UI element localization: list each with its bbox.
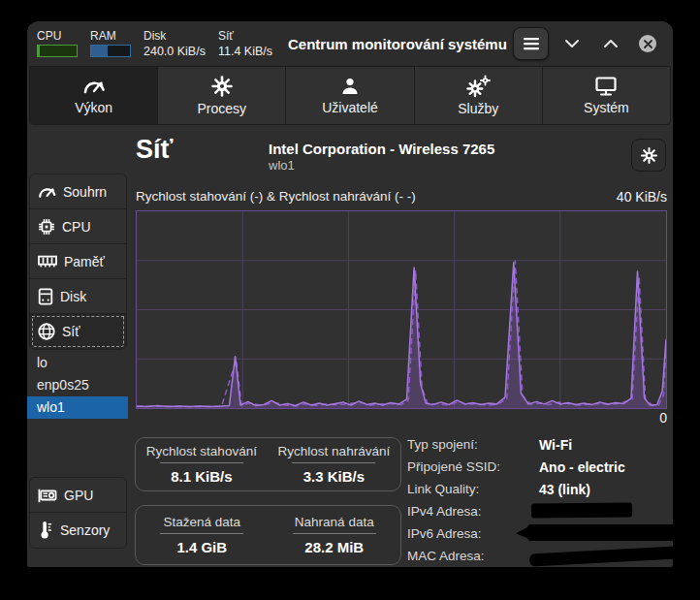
tab-system[interactable]: Systém <box>543 67 670 124</box>
stat-value: 1.4 GiB <box>176 539 227 555</box>
data-stats-box: Stažená data 1.4 GiB Nahraná data 28.2 M… <box>135 505 401 565</box>
stat-label: Nahraná data <box>295 515 374 529</box>
tab-performance[interactable]: Výkon <box>30 67 158 124</box>
ram-monitor-label: RAM <box>90 29 131 43</box>
sidebar-item-label: Paměť <box>64 254 105 269</box>
close-icon <box>639 35 656 52</box>
drive-icon <box>37 287 54 306</box>
network-chart <box>136 210 667 409</box>
redaction-bar-ipv4 <box>531 503 632 519</box>
monitor-icon <box>594 76 618 97</box>
stat-separator <box>292 462 375 463</box>
settings-button[interactable] <box>631 139 666 172</box>
gauge-icon <box>81 76 107 97</box>
device-info: Intel Corporation - Wireless 7265 wlo1 <box>269 141 494 173</box>
tab-bar: Výkon Procesy Uživatelé <box>29 66 671 125</box>
sidebar-nav-group: Souhrn CPU <box>29 174 127 350</box>
tab-users[interactable]: Uživatelé <box>286 67 414 124</box>
page-title: Síť <box>136 135 173 165</box>
stat-upload-speed: Rychlost nahrávání 3.3 KiB/s <box>278 444 391 485</box>
titlebar-monitor-net[interactable]: Síť 11.4 KiB/s <box>218 29 272 58</box>
stat-label: Stažená data <box>163 515 240 529</box>
tab-label: Služby <box>458 101 498 116</box>
info-label: MAC Adresa: <box>407 549 539 563</box>
titlebar-monitor-disk[interactable]: Disk 240.0 KiB/s <box>143 29 206 58</box>
menu-button[interactable] <box>513 27 549 60</box>
sidebar-bottom-group: GPU Senzory <box>29 477 127 549</box>
sidebar-item-label: Disk <box>60 289 86 304</box>
content-area: Souhrn CPU <box>27 125 673 565</box>
info-row-ssid: Připojené SSID: Ano - electric <box>407 456 665 478</box>
ram-usage-bar-fill <box>91 46 108 56</box>
info-value: Ano - electric <box>539 459 625 475</box>
ram-usage-bar <box>90 45 131 57</box>
sidebar-item-gpu[interactable]: GPU <box>30 478 126 513</box>
tab-label: Uživatelé <box>322 100 378 115</box>
minimize-button[interactable] <box>557 28 588 59</box>
tab-label: Systém <box>584 100 629 115</box>
sidebar-item-label: Souhrn <box>63 184 107 200</box>
device-subtitle: wlo1 <box>269 158 494 173</box>
info-row-connection-type: Typ spojení: Wi-Fi <box>407 433 665 456</box>
sidebar-item-summary[interactable]: Souhrn <box>30 174 126 209</box>
stat-value: 3.3 KiB/s <box>303 468 365 485</box>
tab-label: Procesy <box>198 101 247 116</box>
sidebar-item-cpu[interactable]: CPU <box>30 209 126 244</box>
stat-separator <box>160 533 243 534</box>
maximize-button[interactable] <box>595 28 626 59</box>
chevron-down-icon <box>564 39 580 48</box>
ram-icon <box>37 253 58 270</box>
device-title: Intel Corporation - Wireless 7265 <box>269 141 494 157</box>
titlebar-monitors: CPU RAM Disk 240.0 KiB/s Síť 11.4 KiB/s <box>37 29 272 58</box>
stat-label: Rychlost stahování <box>146 444 257 458</box>
disk-monitor-label: Disk <box>143 29 206 43</box>
titlebar-monitor-ram[interactable]: RAM <box>90 29 131 57</box>
info-label: Link Quality: <box>407 482 539 496</box>
sidebar-item-disk[interactable]: Disk <box>30 279 126 314</box>
interface-item-lo[interactable]: lo <box>27 352 128 374</box>
sidebar-item-network[interactable]: Síť <box>30 314 126 349</box>
redaction-bar-ipv6 <box>527 524 692 541</box>
connection-info-panel: Typ spojení: Wi-Fi Připojené SSID: Ano -… <box>407 433 665 567</box>
net-monitor-label: Síť <box>218 29 272 43</box>
titlebar: CPU RAM Disk 240.0 KiB/s Síť 11.4 KiB/s … <box>27 21 673 66</box>
sidebar-item-memory[interactable]: Paměť <box>30 244 126 279</box>
network-chart-svg <box>137 211 666 408</box>
info-label: Připojené SSID: <box>407 459 539 474</box>
tab-label: Výkon <box>75 100 112 115</box>
globe-icon <box>37 322 56 341</box>
sidebar-item-sensors[interactable]: Senzory <box>30 513 126 548</box>
window-controls <box>513 27 661 60</box>
sidebar-item-label: GPU <box>64 488 93 503</box>
tab-services[interactable]: Služby <box>415 67 543 124</box>
window-title: Centrum monitorování systému <box>288 36 507 52</box>
gear-icon <box>640 146 658 165</box>
stat-value: 28.2 MiB <box>304 539 364 555</box>
cpu-usage-bar <box>37 45 78 57</box>
interface-item-wlo1[interactable]: wlo1 <box>27 396 128 419</box>
speed-stats-box: Rychlost stahování 8.1 KiB/s Rychlost na… <box>135 437 401 491</box>
gpu-icon <box>37 487 58 504</box>
titlebar-monitor-cpu[interactable]: CPU <box>37 29 78 57</box>
info-value: 43 (link) <box>539 482 590 497</box>
net-monitor-value: 11.4 KiB/s <box>218 45 272 58</box>
stat-uploaded-data: Nahraná data 28.2 MiB <box>293 515 376 555</box>
gauge-icon <box>37 183 57 201</box>
close-button[interactable] <box>634 28 661 59</box>
info-label: Typ spojení: <box>407 437 539 452</box>
chevron-up-icon <box>603 39 619 48</box>
info-label: IPv4 Adresa: <box>407 504 539 519</box>
app-window: CPU RAM Disk 240.0 KiB/s Síť 11.4 KiB/s … <box>27 21 673 567</box>
gears-icon <box>465 75 491 98</box>
interface-item-enp0s25[interactable]: enp0s25 <box>27 374 128 396</box>
stat-download-speed: Rychlost stahování 8.1 KiB/s <box>146 444 257 485</box>
tab-processes[interactable]: Procesy <box>158 67 286 124</box>
chip-icon <box>37 217 56 237</box>
info-row-link-quality: Link Quality: 43 (link) <box>407 478 665 500</box>
sidebar-item-label: Síť <box>62 324 80 339</box>
stat-separator <box>293 533 376 534</box>
network-interface-list: lo enp0s25 wlo1 <box>27 352 128 419</box>
gear-icon <box>210 75 234 98</box>
cpu-monitor-label: CPU <box>37 29 78 43</box>
stat-label: Rychlost nahrávání <box>278 444 391 458</box>
